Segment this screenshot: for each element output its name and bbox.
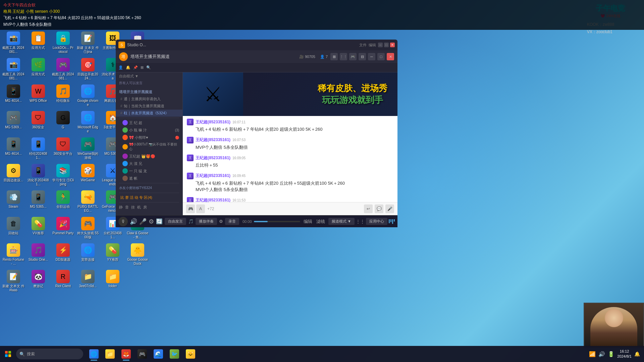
- close-btn[interactable]: ✕: [390, 43, 395, 47]
- app-menu-edit[interactable]: 编辑: [369, 43, 376, 48]
- titlebar-home-btn[interactable]: ⊞: [330, 53, 338, 60]
- desktop-icon-42[interactable]: 🗑 回收站: [2, 216, 25, 241]
- toolbar-grid-icon[interactable]: ⊞: [141, 65, 144, 70]
- desktop-icon-53[interactable]: 🐥 Goose Goose Duck: [126, 242, 149, 267]
- desktop-icon-49[interactable]: 🎵 Studio One...: [26, 242, 50, 267]
- desktop-icon-37[interactable]: 📱 MG 5365...: [26, 189, 50, 214]
- desktop-icon-18[interactable]: 🎮 MG 5369...: [2, 110, 25, 135]
- obs-channel-mode-btn[interactable]: 频道模式 ▼: [328, 218, 355, 225]
- desktop-icon-31[interactable]: 📱 消化手2024081...: [26, 163, 50, 188]
- start-button[interactable]: [0, 346, 16, 362]
- taskbar-edge[interactable]: 🌊: [151, 347, 166, 361]
- taskbar-clock[interactable]: 16:12 2024/8/1: [617, 349, 632, 359]
- desktop-icon-25[interactable]: 📱 经结2024081...: [26, 136, 50, 161]
- desktop-icon-24[interactable]: 📱 MG 4614...: [2, 136, 25, 161]
- obs-volume-icon[interactable]: 🔊: [130, 218, 137, 225]
- desktop-icon-13[interactable]: W WPS Office: [26, 83, 50, 108]
- obs-timeline[interactable]: [254, 221, 301, 222]
- desktop-icon-2[interactable]: 🔒 LockDOc... Protocol: [51, 30, 75, 55]
- chat-messages[interactable]: 王 王纪超(852335161) 16:07:11 飞机＋4 钻粉＋6 新钻粉＋…: [183, 116, 397, 202]
- titlebar-close-btn[interactable]: ✕: [387, 53, 394, 60]
- toolbar-bell-icon[interactable]: 🔔: [126, 65, 130, 70]
- obs-settings-icon[interactable]: ⚙: [149, 218, 154, 225]
- desktop-icon-30[interactable]: ⚙ 田园边改设...: [2, 163, 25, 188]
- taskbar-volume-icon[interactable]: 🔊: [598, 351, 605, 357]
- obs-switch-icon[interactable]: 🔄: [156, 218, 163, 225]
- titlebar-maximize-btn[interactable]: □: [377, 53, 385, 60]
- desktop-icon-44[interactable]: 🎉 Pummel Party: [51, 216, 75, 241]
- desktop-icon-45[interactable]: 🎮 帅大头游戏 5500版: [76, 216, 100, 241]
- input-plus-count[interactable]: +72: [206, 206, 215, 211]
- desktop-icon-21[interactable]: 🌐 Microsoft Edge: [76, 110, 100, 135]
- obs-apply-btn[interactable]: 应用中心: [366, 218, 387, 225]
- desktop-icon-52[interactable]: 💊 YY推荐: [101, 242, 124, 267]
- desktop-icon-20[interactable]: G G: [51, 110, 75, 135]
- minimize-btn[interactable]: ─: [378, 43, 383, 47]
- taskbar-notification-icon[interactable]: 🔔: [634, 351, 640, 357]
- desktop-icon-39[interactable]: 🔫 PUBG BATTLEG...: [76, 189, 100, 214]
- desktop-icon-6[interactable]: 📸 截图工具 2024081...: [2, 57, 25, 82]
- desktop-icon-43[interactable]: 💊 VV推荐: [26, 216, 50, 241]
- desktop-icon-57[interactable]: 📁 3ee07c0d...: [76, 268, 100, 294]
- desktop-icon-33[interactable]: 🎲 WeGame: [76, 163, 100, 188]
- obs-grid-icon[interactable]: ⋮⋮: [356, 219, 365, 224]
- desktop-icon-32[interactable]: 📚 学习专注 ①Cliping: [51, 163, 75, 188]
- input-reply-icon[interactable]: ↩: [364, 204, 373, 213]
- obs-mic-icon[interactable]: 🎤: [139, 218, 147, 225]
- desktop-icon-3[interactable]: 📝 新建 文本文 件 ①jina: [76, 30, 100, 55]
- desktop-icon-51[interactable]: 🌐 宽带连接: [76, 242, 100, 267]
- maximize-btn[interactable]: □: [384, 43, 389, 47]
- desktop-icon-15[interactable]: 🌐 Google chrome: [76, 83, 100, 108]
- toolbar-pin-icon[interactable]: 📌: [133, 65, 138, 70]
- taskbar-chrome[interactable]: 🌐: [87, 347, 101, 361]
- obs-edit-btn[interactable]: 编辑: [304, 219, 312, 224]
- titlebar-split-btn[interactable]: ⊟: [359, 53, 366, 60]
- obs-music-icon[interactable]: 🎵: [188, 219, 194, 224]
- desktop-icon-58[interactable]: 📁 folder: [101, 268, 124, 294]
- taskbar-battery-icon[interactable]: 🔋: [608, 351, 614, 357]
- user-item-damo[interactable]: 大 漠 兄: [116, 160, 182, 167]
- desktop-icon-38[interactable]: 🏃 全职运动: [51, 189, 75, 214]
- obs-mic-setting-icon[interactable]: ⚙: [219, 219, 223, 224]
- desktop-icon-56[interactable]: R Riot Client: [51, 268, 75, 294]
- obs-freemode-btn[interactable]: 自由发言: [165, 218, 186, 225]
- user-item-xiaosan[interactable]: 🎀小300TxT 📷从不信钱 不要担心: [116, 141, 182, 153]
- obs-sound-btn[interactable]: 录音: [225, 218, 239, 225]
- sidebar-channel-1[interactable]: # 通｜主播房间非请勿入: [116, 96, 182, 103]
- obs-music-label[interactable]: 播放伴奏: [196, 218, 217, 225]
- sidebar-channel-2[interactable]: # 知｜当前为主播开黑频道: [116, 103, 182, 110]
- user-item-zhe[interactable]: 遮 帐: [116, 175, 182, 182]
- sidebar-activity[interactable]: 比 赛 活 动 专 区(4): [116, 194, 182, 201]
- desktop-icon-0[interactable]: 📸 截图工具 2024081...: [2, 30, 25, 55]
- input-mic-icon[interactable]: 🎤: [385, 204, 394, 213]
- taskbar-browser2[interactable]: 🦊: [119, 347, 133, 361]
- user-item-xiaoxiong[interactable]: 🎀 小熊咩♥ 🔴: [116, 134, 182, 141]
- toolbar-search-icon[interactable]: 🔍: [146, 65, 151, 70]
- user-item-xiaoping[interactable]: 小 瓶 嘛 汁 (3): [116, 126, 182, 134]
- user-item-yizhi[interactable]: 一 只 猛 龙: [116, 167, 182, 175]
- taskbar-game[interactable]: 🎮: [135, 347, 150, 361]
- desktop-icon-55[interactable]: 🐼 摩游记: [26, 268, 50, 294]
- app-menu-file[interactable]: 文件: [359, 43, 367, 48]
- titlebar-grid-btn[interactable]: ⋮⋮: [340, 53, 347, 60]
- desktop-icon-8[interactable]: 🎮 截图工具 2024081...: [51, 57, 75, 82]
- desktop-icon-54[interactable]: 📝 新建 文本文 件 #laas: [2, 268, 25, 294]
- input-translate-icon[interactable]: A: [196, 204, 205, 213]
- titlebar-minimize-btn[interactable]: ─: [368, 53, 375, 60]
- input-game-icon[interactable]: 🎮: [186, 204, 195, 213]
- desktop-icon-27[interactable]: 🎮 WeGame我的游戏: [76, 136, 100, 161]
- sidebar-mode-selector[interactable]: 自由模式 ▼: [116, 72, 182, 80]
- desktop-icon-19[interactable]: 🛡 360安全: [26, 110, 50, 135]
- desktop-icon-48[interactable]: 🎰 Rento Fortune - ...: [2, 242, 25, 267]
- desktop-icon-36[interactable]: 💨 Steam: [2, 189, 25, 214]
- taskbar-search-box[interactable]: 🔍 搜索: [16, 349, 83, 359]
- taskbar-file-explorer[interactable]: 📁: [103, 347, 117, 361]
- user-item-wjc2[interactable]: 王纪超 👑🎁🔴: [116, 153, 182, 160]
- user-item-wangjichao[interactable]: 王 纪 超: [116, 119, 182, 126]
- toolbar-user-icon[interactable]: 👤: [118, 65, 123, 70]
- desktop-icon-9[interactable]: 🎯 田园边开改2024...: [76, 57, 100, 82]
- taskbar-animal1[interactable]: 🐦: [167, 347, 182, 361]
- obs-layers-btn[interactable]: 滤镜: [316, 219, 325, 224]
- desktop-icon-7[interactable]: 🌿 应用方式: [26, 57, 50, 82]
- taskbar-animal2[interactable]: 🐱: [183, 347, 198, 361]
